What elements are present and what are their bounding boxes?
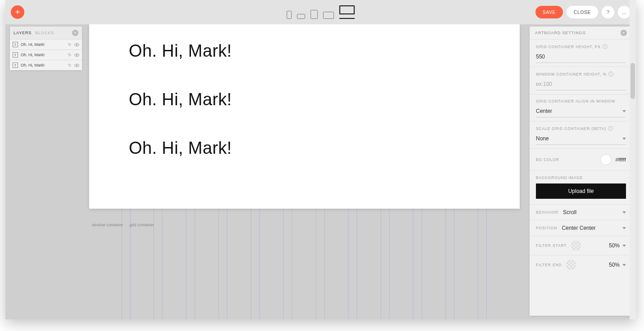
upload-file-button[interactable]: Upload file xyxy=(536,183,626,199)
canvas-text[interactable]: Oh. Hi, Mark! xyxy=(129,139,232,158)
layers-close-icon[interactable]: × xyxy=(72,30,78,36)
bg-color-swatch[interactable] xyxy=(600,154,611,165)
setting-bg-color: BG COLOR #ffffff xyxy=(530,148,632,170)
settings-panel: ARTBOARD SETTINGS × GRID CONTAINER HEIGH… xyxy=(530,27,632,316)
tab-blocks[interactable]: BLOCKS xyxy=(35,31,54,35)
scrollbar-thumb[interactable] xyxy=(630,63,635,99)
layer-row[interactable]: T Oh. Hi, Mark! ↻ xyxy=(10,39,82,49)
chevron-down-icon xyxy=(622,227,626,229)
bg-image-label: BACKGROUND IMAGE xyxy=(536,175,583,180)
chevron-down-icon xyxy=(622,245,626,247)
artboard[interactable]: Oh. Hi, Mark! Oh. Hi, Mark! Oh. Hi, Mark… xyxy=(89,24,520,209)
behavior-label: BEHAVIOR xyxy=(536,210,558,215)
bg-color-value: #ffffff xyxy=(616,157,626,162)
scale-label: SCALE GRID CONTAINER (BETA) xyxy=(536,126,606,131)
settings-panel-header: ARTBOARD SETTINGS × xyxy=(530,27,632,39)
layer-lock-icon[interactable]: ↻ xyxy=(68,42,72,47)
workspace[interactable]: Oh. Hi, Mark! Oh. Hi, Mark! Oh. Hi, Mark… xyxy=(5,24,636,319)
behavior-select[interactable]: Scroll xyxy=(563,209,626,215)
help-icon[interactable]: ? xyxy=(603,44,608,49)
chevron-down-icon xyxy=(622,110,626,112)
window-height-input[interactable] xyxy=(536,80,626,90)
breakpoint-desktop-icon xyxy=(340,5,355,14)
layer-row[interactable]: T Oh. Hi, Mark! ↻ xyxy=(10,49,82,60)
align-label: GRID CONTAINER ALIGN IN WINDOW xyxy=(536,99,615,103)
layers-panel-header: LAYERS BLOCKS × xyxy=(10,27,82,39)
window-scrollbar[interactable] xyxy=(630,0,636,319)
help-icon[interactable]: ? xyxy=(608,72,613,76)
layer-lock-icon[interactable]: ↻ xyxy=(68,53,72,57)
position-select[interactable]: Center Center xyxy=(562,225,626,231)
save-button[interactable]: SAVE xyxy=(535,6,563,18)
grid-height-label: GRID CONTAINER HEIGHT, PX xyxy=(536,45,601,49)
text-layer-icon: T xyxy=(13,42,18,47)
setting-position: POSITION Center Center xyxy=(530,220,632,236)
canvas-text[interactable]: Oh. Hi, Mark! xyxy=(129,90,232,109)
tab-layers[interactable]: LAYERS xyxy=(14,31,32,35)
settings-close-icon[interactable]: × xyxy=(621,30,627,36)
canvas-text[interactable]: Oh. Hi, Mark! xyxy=(129,41,232,61)
layers-panel: LAYERS BLOCKS × T Oh. Hi, Mark! ↻ T Oh. … xyxy=(10,27,82,70)
topbar: + SAVE CLOSE ? … xyxy=(5,0,636,24)
breakpoint-phone-landscape-icon[interactable] xyxy=(297,14,305,19)
grid-height-input[interactable] xyxy=(536,53,626,63)
window-container-label[interactable]: window container xyxy=(92,223,123,227)
filter-start-select[interactable]: 50% xyxy=(609,242,626,249)
breakpoint-desktop-active[interactable] xyxy=(340,5,355,19)
scale-value: None xyxy=(536,135,549,142)
grid-container-label[interactable]: grid container xyxy=(130,223,154,227)
setting-bg-image: BACKGROUND IMAGE xyxy=(530,170,632,180)
setting-align: GRID CONTAINER ALIGN IN WINDOW Center xyxy=(530,94,632,121)
help-icon[interactable]: ? xyxy=(608,126,613,131)
filter-end-label: FILTER END xyxy=(536,263,562,267)
layer-label: Oh. Hi, Mark! xyxy=(21,63,65,67)
app-frame: + SAVE CLOSE ? … xyxy=(5,0,636,319)
window-height-label: WINDOW CONTAINER HEIGHT, % xyxy=(536,72,607,76)
setting-filter-start: FILTER START 50% xyxy=(530,236,632,255)
close-button[interactable]: CLOSE xyxy=(567,6,598,18)
settings-title: ARTBOARD SETTINGS xyxy=(535,31,586,35)
filter-end-value: 50% xyxy=(609,262,620,268)
text-layer-icon: T xyxy=(13,52,18,58)
filter-start-label: FILTER START xyxy=(536,243,567,248)
align-select[interactable]: Center xyxy=(536,107,626,117)
breakpoint-switcher xyxy=(287,5,355,19)
setting-window-height: WINDOW CONTAINER HEIGHT, % ? xyxy=(530,67,632,94)
container-labels: window container grid container xyxy=(92,223,154,227)
help-button[interactable]: ? xyxy=(602,6,614,18)
add-button[interactable]: + xyxy=(11,5,24,19)
breakpoint-tablet-icon[interactable] xyxy=(311,10,318,19)
align-value: Center xyxy=(536,108,552,114)
layer-row[interactable]: T Oh. Hi, Mark! ↻ xyxy=(10,60,82,70)
layer-label: Oh. Hi, Mark! xyxy=(21,53,65,57)
chevron-down-icon xyxy=(622,138,626,140)
breakpoint-phone-icon[interactable] xyxy=(287,11,292,19)
chevron-down-icon xyxy=(622,211,626,214)
text-layer-icon: T xyxy=(13,63,18,68)
layer-visibility-icon[interactable] xyxy=(74,54,79,57)
bg-color-label: BG COLOR xyxy=(536,157,559,162)
filter-end-select[interactable]: 50% xyxy=(609,262,626,268)
setting-scale: SCALE GRID CONTAINER (BETA) ? None xyxy=(530,121,632,148)
setting-filter-end: FILTER END 50% xyxy=(530,255,632,274)
more-button[interactable]: … xyxy=(618,6,630,18)
filter-start-swatch[interactable] xyxy=(571,241,581,250)
breakpoint-tablet-landscape-icon[interactable] xyxy=(323,12,334,19)
position-label: POSITION xyxy=(536,226,557,230)
setting-grid-height: GRID CONTAINER HEIGHT, PX ? xyxy=(530,39,632,67)
filter-end-swatch[interactable] xyxy=(566,260,576,270)
scale-select[interactable]: None xyxy=(536,134,626,145)
layer-visibility-icon[interactable] xyxy=(74,43,79,46)
layer-label: Oh. Hi, Mark! xyxy=(21,42,65,47)
chevron-down-icon xyxy=(622,264,626,266)
top-right-actions: SAVE CLOSE ? … xyxy=(535,6,630,18)
behavior-value: Scroll xyxy=(563,209,576,215)
layer-visibility-icon[interactable] xyxy=(74,64,79,67)
filter-start-value: 50% xyxy=(609,242,620,249)
position-value: Center Center xyxy=(562,225,595,231)
setting-behavior: BEHAVIOR Scroll xyxy=(530,204,632,220)
layer-lock-icon[interactable]: ↻ xyxy=(68,63,72,67)
